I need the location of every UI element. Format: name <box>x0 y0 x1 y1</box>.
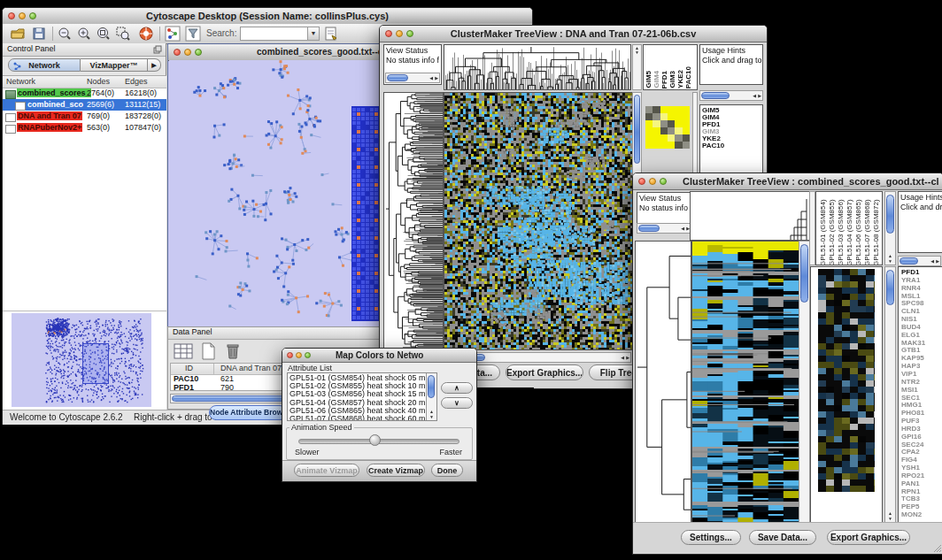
col-nodes[interactable]: Nodes <box>87 77 110 86</box>
close-button[interactable] <box>8 12 15 19</box>
network-nodes-icon[interactable] <box>165 26 181 42</box>
tv2-row-dendrogram[interactable] <box>636 242 691 522</box>
close-button[interactable] <box>174 49 181 56</box>
attribute-item[interactable]: GPL51-07 (GSM868) heat shock 60 min <box>290 415 425 421</box>
create-vizmap-button[interactable]: Create Vizmap <box>367 464 425 477</box>
column-label[interactable]: GPL51-07 (GSM868) <box>863 194 871 265</box>
tv2-divider-track[interactable] <box>809 191 815 265</box>
minimize-button[interactable] <box>184 49 191 56</box>
column-label[interactable]: GPL51-06 (GSM865) <box>854 194 862 265</box>
tv1-row-dendrogram[interactable] <box>384 93 443 349</box>
tv1-export-graphics-button[interactable]: Export Graphics... <box>506 364 583 380</box>
column-label[interactable]: GPL51-02 (GSM855) <box>828 194 836 265</box>
tab-overflow-arrow[interactable]: ▶ <box>148 58 161 72</box>
vscroll-thumb[interactable] <box>800 244 808 303</box>
tv1-heatmap[interactable] <box>444 93 632 349</box>
column-label[interactable]: GIM4 <box>653 71 660 88</box>
zoom-in-icon[interactable] <box>76 26 92 42</box>
birdseye-canvas[interactable] <box>12 313 151 407</box>
slider-thumb[interactable] <box>369 434 381 446</box>
new-attribute-icon[interactable] <box>198 342 218 360</box>
search-dropdown-arrow[interactable]: ▼ <box>307 27 320 41</box>
scroll-left-icon[interactable]: ◀ <box>429 76 433 81</box>
zoom-selected-icon[interactable] <box>115 26 131 42</box>
column-label[interactable]: PAC10 <box>685 66 692 88</box>
network-tree-row[interactable]: combined_scores_ 2764(0) 16218(0) <box>3 88 166 99</box>
tv2-column-dendrogram[interactable] <box>691 192 809 240</box>
attribute-list-vscrollbar[interactable]: ▲▼ <box>426 373 436 420</box>
close-button[interactable] <box>638 178 645 185</box>
tv2-heatmap[interactable] <box>692 242 799 522</box>
column-label[interactable]: PFD1 <box>661 71 668 88</box>
zoom-button[interactable] <box>305 352 311 358</box>
hscroll-thumb[interactable] <box>638 225 660 232</box>
attribute-listbox[interactable]: GPL51-01 (GSM854) heat shock 05 minGPL51… <box>287 372 437 421</box>
filter-icon[interactable] <box>185 26 201 42</box>
tv1-mini-vscrollbar[interactable]: ▲▼ <box>632 44 642 90</box>
column-label[interactable]: GIM5 <box>645 71 652 88</box>
float-panel-icon[interactable] <box>153 45 162 54</box>
attribute-table-icon[interactable] <box>174 342 193 360</box>
column-label[interactable]: GPL51-01 (GSM854) <box>819 194 827 265</box>
scroll-right-icon[interactable]: ▶ <box>435 76 438 81</box>
resize-grip[interactable] <box>932 543 941 552</box>
open-file-icon[interactable] <box>10 26 26 42</box>
tv1-usage-scrollbar[interactable]: ◀▶ <box>699 90 763 101</box>
network-tree-row[interactable]: combined_sco 2569(6) 13112(15) <box>3 99 166 111</box>
tv2-labels-vscrollbar[interactable]: ▲▼ <box>884 191 896 265</box>
hscroll-thumb[interactable] <box>387 74 408 81</box>
network-tree-row[interactable]: RNAPuberNov2+ 563(0) 107847(0) <box>3 122 166 134</box>
column-label[interactable]: YKE2 <box>677 70 684 88</box>
move-down-button[interactable]: ∨ <box>441 397 473 409</box>
vscroll-thumb[interactable] <box>886 195 894 234</box>
col-edges[interactable]: Edges <box>125 77 148 86</box>
tv2-heatmap-vscrollbar[interactable] <box>799 241 810 523</box>
close-button[interactable] <box>385 30 392 37</box>
main-title-bar[interactable]: Cytoscape Desktop (Session Name: collins… <box>3 8 532 25</box>
column-label[interactable]: GPL51-04 (GSM857) <box>845 194 853 265</box>
id-column-header[interactable]: ID <box>185 364 193 372</box>
column-label[interactable]: GPL51-08 (GSM872) <box>872 194 880 265</box>
column-label[interactable]: GPL51-03 (GSM856) <box>837 194 845 265</box>
annotation-icon[interactable] <box>323 26 339 42</box>
scroll-down-icon[interactable]: ▼ <box>429 415 434 419</box>
move-up-button[interactable]: ∧ <box>441 382 473 394</box>
close-button[interactable] <box>287 352 293 358</box>
col-network[interactable]: Network <box>6 77 35 86</box>
tv2-settings-button[interactable]: Settings... <box>681 530 741 545</box>
scroll-right-icon[interactable]: ▶ <box>758 94 761 98</box>
node-attribute-browser-tab[interactable]: Node Attribute Brows <box>209 405 287 420</box>
minimize-button[interactable] <box>649 178 656 185</box>
tv2-zoom-heatmap[interactable] <box>818 269 875 492</box>
tab-vizmapper[interactable]: VizMapper™ <box>81 58 148 72</box>
zoom-button[interactable] <box>406 30 413 37</box>
vscroll-thumb[interactable] <box>428 375 435 398</box>
dialog-title-bar[interactable]: Map Colors to Network <box>282 349 476 363</box>
search-input[interactable] <box>240 27 309 41</box>
animate-vizmap-button[interactable]: Animate Vizmap <box>294 464 359 477</box>
birdseye-viewport[interactable] <box>82 343 109 384</box>
scroll-down-icon[interactable]: ▼ <box>635 50 639 55</box>
scroll-right-icon[interactable]: ▶ <box>626 356 629 360</box>
vscroll-thumb[interactable] <box>634 95 640 164</box>
scroll-left-icon[interactable]: ◀ <box>681 226 684 231</box>
zoom-button[interactable] <box>660 178 667 185</box>
treeview1-title-bar[interactable]: ClusterMaker TreeView : DNA and Tran 07-… <box>380 26 767 42</box>
scroll-down-icon[interactable]: ▼ <box>888 259 892 264</box>
scroll-left-icon[interactable]: ◀ <box>621 356 624 360</box>
save-icon[interactable] <box>31 26 47 42</box>
network-tree-row[interactable]: DNA and Tran 07 769(0) 183728(0) <box>3 111 166 122</box>
tv2-export-graphics-button[interactable]: Export Graphics... <box>827 530 910 545</box>
correlation-matrix[interactable] <box>645 106 690 149</box>
hscroll-thumb[interactable] <box>701 92 730 99</box>
zoom-button[interactable] <box>29 12 36 19</box>
row-label[interactable]: PAC10 <box>702 142 724 150</box>
scroll-down-icon[interactable]: ▼ <box>888 517 892 521</box>
tv2-usage-scrollbar[interactable]: ◀▶ <box>898 256 941 266</box>
tv2-status-scrollbar[interactable]: ◀▶ <box>637 223 691 234</box>
minimize-button[interactable] <box>19 12 26 19</box>
scroll-right-icon[interactable]: ▶ <box>936 259 939 264</box>
done-button[interactable]: Done <box>431 464 463 477</box>
hscroll-thumb[interactable] <box>900 257 918 265</box>
gene-label[interactable]: MON2 <box>901 511 925 519</box>
